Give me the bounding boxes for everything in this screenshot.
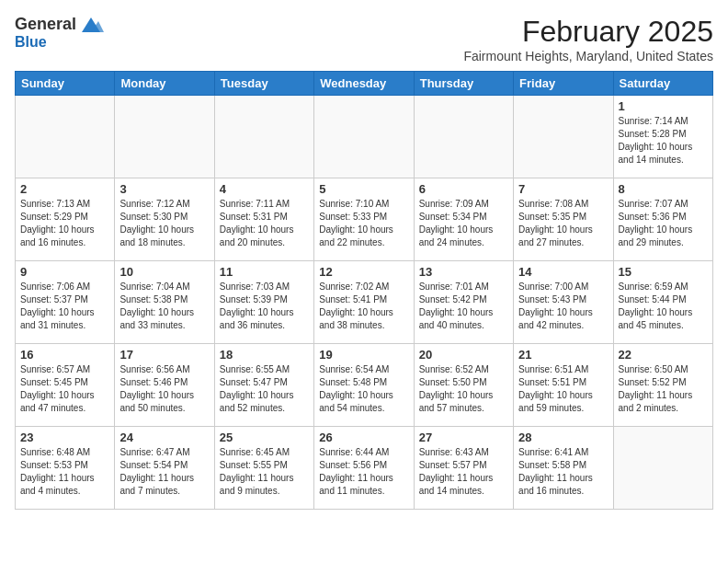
calendar-week-row: 23Sunrise: 6:48 AMSunset: 5:53 PMDayligh… [16, 427, 713, 510]
calendar-cell: 26Sunrise: 6:44 AMSunset: 5:56 PMDayligh… [314, 427, 414, 510]
day-info: Sunrise: 6:48 AMSunset: 5:53 PMDaylight:… [20, 446, 109, 498]
day-info: Sunrise: 7:12 AMSunset: 5:30 PMDaylight:… [119, 198, 209, 249]
day-info: Sunrise: 6:45 AMSunset: 5:55 PMDaylight:… [220, 446, 309, 498]
day-info: Sunrise: 7:04 AMSunset: 5:38 PMDaylight:… [119, 281, 209, 332]
calendar-cell: 7Sunrise: 7:08 AMSunset: 5:35 PMDaylight… [514, 178, 613, 261]
calendar-cell: 17Sunrise: 6:56 AMSunset: 5:46 PMDayligh… [115, 344, 214, 427]
calendar-cell: 28Sunrise: 6:41 AMSunset: 5:58 PMDayligh… [514, 427, 613, 510]
day-info: Sunrise: 7:14 AMSunset: 5:28 PMDaylight:… [619, 115, 708, 167]
day-number: 20 [419, 348, 508, 362]
title-area: February 2025 Fairmount Heights, Marylan… [463, 15, 713, 63]
calendar-cell: 16Sunrise: 6:57 AMSunset: 5:45 PMDayligh… [16, 344, 115, 427]
day-number: 12 [319, 265, 408, 279]
logo-icon [78, 16, 104, 34]
day-number: 11 [220, 265, 309, 279]
day-info: Sunrise: 6:56 AMSunset: 5:46 PMDaylight:… [119, 363, 209, 415]
day-info: Sunrise: 6:44 AMSunset: 5:56 PMDaylight:… [319, 446, 408, 498]
day-number: 5 [319, 182, 408, 196]
calendar-cell: 2Sunrise: 7:13 AMSunset: 5:29 PMDaylight… [16, 178, 115, 261]
calendar-cell: 5Sunrise: 7:10 AMSunset: 5:33 PMDaylight… [314, 178, 414, 261]
calendar-cell: 21Sunrise: 6:51 AMSunset: 5:51 PMDayligh… [514, 344, 613, 427]
calendar-cell [314, 96, 414, 178]
day-number: 21 [518, 348, 608, 362]
day-info: Sunrise: 7:03 AMSunset: 5:39 PMDaylight:… [220, 281, 309, 332]
day-info: Sunrise: 7:07 AMSunset: 5:36 PMDaylight:… [619, 198, 708, 249]
day-info: Sunrise: 7:08 AMSunset: 5:35 PMDaylight:… [518, 198, 608, 249]
day-number: 4 [220, 182, 309, 196]
weekday-header: Tuesday [214, 72, 313, 96]
day-info: Sunrise: 6:55 AMSunset: 5:47 PMDaylight:… [220, 363, 309, 415]
calendar-cell: 11Sunrise: 7:03 AMSunset: 5:39 PMDayligh… [214, 261, 313, 344]
calendar-table: SundayMondayTuesdayWednesdayThursdayFrid… [15, 71, 713, 510]
calendar-cell: 27Sunrise: 6:43 AMSunset: 5:57 PMDayligh… [414, 427, 513, 510]
month-year-title: February 2025 [463, 15, 713, 49]
day-number: 17 [119, 348, 209, 362]
day-number: 10 [119, 265, 209, 279]
day-info: Sunrise: 7:09 AMSunset: 5:34 PMDaylight:… [419, 198, 508, 249]
calendar-cell: 3Sunrise: 7:12 AMSunset: 5:30 PMDaylight… [115, 178, 214, 261]
day-info: Sunrise: 7:01 AMSunset: 5:42 PMDaylight:… [419, 281, 508, 332]
day-info: Sunrise: 6:52 AMSunset: 5:50 PMDaylight:… [419, 363, 508, 415]
day-number: 19 [319, 348, 408, 362]
calendar-cell: 6Sunrise: 7:09 AMSunset: 5:34 PMDaylight… [414, 178, 513, 261]
calendar-week-row: 9Sunrise: 7:06 AMSunset: 5:37 PMDaylight… [16, 261, 713, 344]
calendar-cell: 9Sunrise: 7:06 AMSunset: 5:37 PMDaylight… [16, 261, 115, 344]
weekday-header: Friday [514, 72, 613, 96]
calendar-cell [514, 96, 613, 178]
day-number: 2 [20, 182, 109, 196]
day-number: 26 [319, 431, 408, 444]
day-number: 25 [220, 431, 309, 444]
day-number: 22 [619, 348, 708, 362]
day-number: 7 [518, 182, 608, 196]
calendar-header-row: SundayMondayTuesdayWednesdayThursdayFrid… [16, 72, 713, 96]
weekday-header: Thursday [414, 72, 513, 96]
calendar-cell [214, 96, 313, 178]
calendar-cell [414, 96, 513, 178]
day-info: Sunrise: 7:00 AMSunset: 5:43 PMDaylight:… [518, 281, 608, 332]
day-number: 6 [419, 182, 508, 196]
day-number: 18 [220, 348, 309, 362]
day-info: Sunrise: 6:41 AMSunset: 5:58 PMDaylight:… [518, 446, 608, 498]
day-number: 14 [518, 265, 608, 279]
day-number: 1 [619, 99, 708, 113]
calendar-cell: 25Sunrise: 6:45 AMSunset: 5:55 PMDayligh… [214, 427, 313, 510]
day-info: Sunrise: 6:43 AMSunset: 5:57 PMDaylight:… [419, 446, 508, 498]
calendar-cell [16, 96, 115, 178]
day-number: 8 [619, 182, 708, 196]
day-number: 9 [20, 265, 109, 279]
location-subtitle: Fairmount Heights, Maryland, United Stat… [463, 49, 713, 63]
day-number: 27 [419, 431, 508, 444]
weekday-header: Monday [115, 72, 214, 96]
calendar-cell: 23Sunrise: 6:48 AMSunset: 5:53 PMDayligh… [16, 427, 115, 510]
logo-blue-text: Blue [15, 34, 47, 51]
calendar-cell: 4Sunrise: 7:11 AMSunset: 5:31 PMDaylight… [214, 178, 313, 261]
day-info: Sunrise: 7:02 AMSunset: 5:41 PMDaylight:… [319, 281, 408, 332]
calendar-week-row: 16Sunrise: 6:57 AMSunset: 5:45 PMDayligh… [16, 344, 713, 427]
day-info: Sunrise: 6:57 AMSunset: 5:45 PMDaylight:… [20, 363, 109, 415]
logo-general-text: General [15, 15, 76, 34]
logo: General Blue [15, 15, 104, 51]
day-number: 16 [20, 348, 109, 362]
calendar-cell: 19Sunrise: 6:54 AMSunset: 5:48 PMDayligh… [314, 344, 414, 427]
day-number: 3 [119, 182, 209, 196]
day-number: 13 [419, 265, 508, 279]
calendar-cell: 18Sunrise: 6:55 AMSunset: 5:47 PMDayligh… [214, 344, 313, 427]
calendar-cell: 8Sunrise: 7:07 AMSunset: 5:36 PMDaylight… [613, 178, 712, 261]
weekday-header: Wednesday [314, 72, 414, 96]
day-info: Sunrise: 6:51 AMSunset: 5:51 PMDaylight:… [518, 363, 608, 415]
day-info: Sunrise: 6:50 AMSunset: 5:52 PMDaylight:… [619, 363, 708, 415]
calendar-cell: 20Sunrise: 6:52 AMSunset: 5:50 PMDayligh… [414, 344, 513, 427]
calendar-cell: 10Sunrise: 7:04 AMSunset: 5:38 PMDayligh… [115, 261, 214, 344]
calendar-cell: 22Sunrise: 6:50 AMSunset: 5:52 PMDayligh… [613, 344, 712, 427]
calendar-week-row: 2Sunrise: 7:13 AMSunset: 5:29 PMDaylight… [16, 178, 713, 261]
calendar-cell [613, 427, 712, 510]
weekday-header: Sunday [16, 72, 115, 96]
day-number: 15 [619, 265, 708, 279]
calendar-cell: 14Sunrise: 7:00 AMSunset: 5:43 PMDayligh… [514, 261, 613, 344]
day-info: Sunrise: 7:13 AMSunset: 5:29 PMDaylight:… [20, 198, 109, 249]
day-info: Sunrise: 6:59 AMSunset: 5:44 PMDaylight:… [619, 281, 708, 332]
calendar-cell: 13Sunrise: 7:01 AMSunset: 5:42 PMDayligh… [414, 261, 513, 344]
weekday-header: Saturday [613, 72, 712, 96]
day-info: Sunrise: 6:54 AMSunset: 5:48 PMDaylight:… [319, 363, 408, 415]
calendar-week-row: 1Sunrise: 7:14 AMSunset: 5:28 PMDaylight… [16, 96, 713, 178]
